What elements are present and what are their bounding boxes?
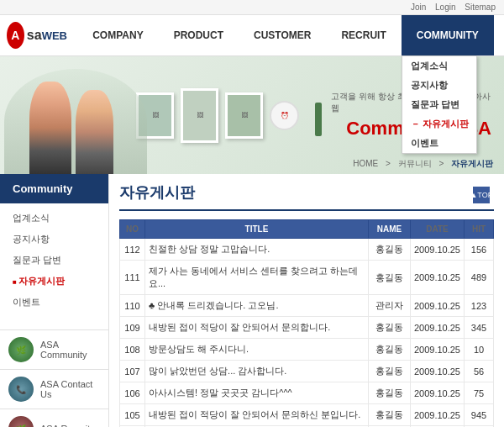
cell-date: 2009.10.25 xyxy=(410,239,464,261)
logo-mark: A xyxy=(7,22,24,49)
table-body: 112 친절한 상담 정말 고맙습니다. 홍길동 2009.10.25 156 … xyxy=(120,239,494,428)
cell-no: 109 xyxy=(120,317,145,339)
login-link[interactable]: Login xyxy=(435,3,455,12)
nav-product[interactable]: PRODUCT xyxy=(159,15,239,55)
sidebar-title: Community xyxy=(0,174,108,203)
table-row: 105 내방된 접이 적당이 잘 안되어서 문의하신 분입니다. 홍길동 200… xyxy=(120,404,494,426)
sidebar: Community 업계소식 공지사항 질문과 답변 자유게시판 이벤트 🌿 A… xyxy=(0,174,109,427)
cell-title[interactable]: 아사시스템! 정말 곳곳곳 감니다^^^ xyxy=(145,382,369,404)
table-row: 112 친절한 상담 정말 고맙습니다. 홍길동 2009.10.25 156 xyxy=(120,239,494,261)
cell-no: 108 xyxy=(120,339,145,361)
logo[interactable]: A saWEB xyxy=(0,22,67,49)
banner-center: 🖼 🖼 🖼 ⏰ xyxy=(136,56,331,174)
cell-hit: 156 xyxy=(465,239,494,261)
banner-clock: ⏰ xyxy=(270,101,299,130)
cell-name: 관리자 xyxy=(368,295,410,317)
cell-hit: 345 xyxy=(465,317,494,339)
cell-hit: 75 xyxy=(465,382,494,404)
join-link[interactable]: Join xyxy=(411,3,426,12)
cell-title[interactable]: 친절한 상담 정말 고맙습니다. xyxy=(145,239,369,261)
cell-no: 111 xyxy=(120,261,145,295)
logo-nav: A saWEB COMPANY PRODUCT CUSTOMER RECRUIT… xyxy=(0,15,504,55)
cell-no: 112 xyxy=(120,239,145,261)
cell-no: 105 xyxy=(120,404,145,426)
banner-plant xyxy=(306,94,331,136)
sidebar-item-이벤트[interactable]: 이벤트 xyxy=(0,292,108,313)
cell-title[interactable]: 내방된 접이 적당이 잘 안되어서 문의합니다. xyxy=(145,317,369,339)
table-row: 107 많이 낡았번던 상담... 감사합니다. 홍길동 2009.10.25 … xyxy=(120,361,494,382)
dropdown-질문과답변[interactable]: 질문과 답변 xyxy=(402,95,476,114)
sidebar-item-업계소식[interactable]: 업계소식 xyxy=(0,208,108,229)
cell-date: 2009.10.25 xyxy=(410,339,464,361)
cell-name: 홍길동 xyxy=(368,317,410,339)
cell-date: 2009.10.25 xyxy=(410,261,464,295)
cell-name: 홍길동 xyxy=(368,404,410,426)
contact-icon: 📞 xyxy=(8,377,34,402)
cell-name: 홍길동 xyxy=(368,261,410,295)
sidebar-link-community[interactable]: 🌿 ASA Community xyxy=(0,329,108,369)
sidebar-item-공지사항[interactable]: 공지사항 xyxy=(0,229,108,250)
community-icon: 🌿 xyxy=(8,337,34,362)
nav-community[interactable]: COMMUNITY 업계소식 공지사항 질문과 답변 자유게시판 이벤트 xyxy=(402,15,494,55)
cell-date: 2009.10.25 xyxy=(410,361,464,382)
cell-date: 2009.10.25 xyxy=(410,317,464,339)
sitemap-link[interactable]: Sitemap xyxy=(465,3,496,12)
breadcrumb: HOME > 커뮤니티 > 자유게시판 xyxy=(350,158,496,170)
col-name: NAME xyxy=(368,220,410,239)
top-bar: Join Login Sitemap xyxy=(0,0,504,15)
dropdown-이벤트[interactable]: 이벤트 xyxy=(402,134,476,153)
cell-title[interactable]: ♣ 안내록 드리겠습니다. 고오님. xyxy=(145,295,369,317)
cell-hit: 123 xyxy=(465,295,494,317)
to-top-button[interactable]: ▲TOP xyxy=(473,187,490,203)
col-date: DATE xyxy=(410,220,464,239)
cell-no: 107 xyxy=(120,361,145,382)
dropdown-공지사항[interactable]: 공지사항 xyxy=(402,76,476,95)
table-row: 108 방문상담도 해 주시다니. 홍길동 2009.10.25 10 xyxy=(120,339,494,361)
cell-date: 2009.10.25 xyxy=(410,295,464,317)
main: Community 업계소식 공지사항 질문과 답변 자유게시판 이벤트 🌿 A… xyxy=(0,174,504,427)
sidebar-item-질문과답변[interactable]: 질문과 답변 xyxy=(0,250,108,271)
page-title: 자유게시판 xyxy=(119,182,494,211)
table-row: 111 제가 사는 동네에서 서비스 센터를 찾으려고 하는데요... 홍길동 … xyxy=(120,261,494,295)
main-nav: COMPANY PRODUCT CUSTOMER RECRUIT COMMUNI… xyxy=(67,15,504,55)
content: ▲TOP 자유게시판 NO TITLE NAME DATE HIT 112 친절… xyxy=(109,174,504,427)
dropdown-자유게시판[interactable]: 자유게시판 xyxy=(402,114,476,134)
col-title: TITLE xyxy=(145,220,369,239)
logo-image: A saWEB xyxy=(7,22,67,49)
recruit-icon: 🌿 xyxy=(8,416,34,427)
nav-company[interactable]: COMPANY xyxy=(77,15,158,55)
sidebar-links: 🌿 ASA Community 📞 ASA Contact Us 🌿 ASA R… xyxy=(0,329,108,427)
banner-frame-2: 🖼 xyxy=(181,88,218,143)
cell-hit: 10 xyxy=(465,339,494,361)
cell-hit: 945 xyxy=(465,404,494,426)
sidebar-menu: 업계소식 공지사항 질문과 답변 자유게시판 이벤트 xyxy=(0,203,108,317)
logo-text: saWEB xyxy=(27,28,67,43)
cell-name: 홍길동 xyxy=(368,382,410,404)
table-row: 109 내방된 접이 적당이 잘 안되어서 문의합니다. 홍길동 2009.10… xyxy=(120,317,494,339)
cell-name: 홍길동 xyxy=(368,361,410,382)
table-row: 110 ♣ 안내록 드리겠습니다. 고오님. 관리자 2009.10.25 12… xyxy=(120,295,494,317)
community-dropdown: 업계소식 공지사항 질문과 답변 자유게시판 이벤트 xyxy=(402,55,477,154)
cell-hit: 56 xyxy=(465,361,494,382)
cell-name: 홍길동 xyxy=(368,339,410,361)
banner-frame-3: 🖼 xyxy=(225,92,263,139)
dropdown-업계소식[interactable]: 업계소식 xyxy=(402,56,476,76)
cell-title[interactable]: 많이 낡았번던 상담... 감사합니다. xyxy=(145,361,369,382)
cell-title[interactable]: 제가 사는 동네에서 서비스 센터를 찾으려고 하는데요... xyxy=(145,261,369,295)
nav-customer[interactable]: CUSTOMER xyxy=(239,15,326,55)
cell-date: 2009.10.25 xyxy=(410,404,464,426)
sidebar-link-recruit[interactable]: 🌿 ASA Recruit xyxy=(0,409,108,427)
cell-title[interactable]: 내방된 접이 적당이 잘 안되어서 문의하신 분입니다. xyxy=(145,404,369,426)
header: A saWEB COMPANY PRODUCT CUSTOMER RECRUIT… xyxy=(0,15,504,56)
sidebar-item-자유게시판[interactable]: 자유게시판 xyxy=(0,271,108,292)
col-hit: HIT xyxy=(465,220,494,239)
cell-hit: 489 xyxy=(465,261,494,295)
cell-no: 106 xyxy=(120,382,145,404)
board-table: NO TITLE NAME DATE HIT 112 친절한 상담 정말 고맙습… xyxy=(119,219,494,427)
cell-date: 2009.10.25 xyxy=(410,382,464,404)
sidebar-link-contact[interactable]: 📞 ASA Contact Us xyxy=(0,369,108,409)
col-no: NO xyxy=(120,220,145,239)
cell-no: 110 xyxy=(120,295,145,317)
cell-title[interactable]: 방문상담도 해 주시다니. xyxy=(145,339,369,361)
nav-recruit[interactable]: RECRUIT xyxy=(326,15,401,55)
